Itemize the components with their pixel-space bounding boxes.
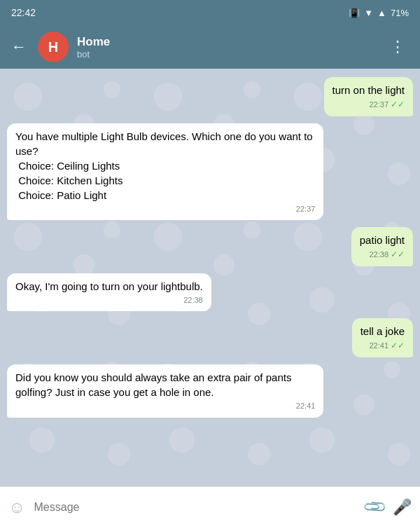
emoji-button[interactable]: ☺ <box>8 498 26 517</box>
message-time: 22:38 <box>183 295 203 306</box>
chat-header: ← H Home bot ⋮ <box>0 25 420 69</box>
message-time: 22:38 <box>369 249 388 260</box>
message-footer: 22:38 <box>15 295 203 306</box>
battery-level: 71% <box>391 8 409 18</box>
message-text: tell a joke <box>360 325 405 337</box>
bubble-msg5: tell a joke22:41 ✓✓ <box>352 318 413 357</box>
bubble-msg6: Did you know you should always take an e… <box>7 364 323 417</box>
message-text: turn on the light <box>332 84 405 96</box>
more-options-button[interactable]: ⋮ <box>384 35 412 59</box>
input-bar: ☺ 📎 🎤 <box>0 486 420 527</box>
contact-name: Home <box>77 35 376 49</box>
message-time: 22:37 <box>369 100 388 110</box>
bubble-msg1: turn on the light22:37 ✓✓ <box>324 77 413 116</box>
message-row: patio light22:38 ✓✓ <box>7 227 413 266</box>
message-time: 22:41 <box>296 401 316 411</box>
avatar: H <box>38 32 69 62</box>
message-time: 22:37 <box>296 204 316 214</box>
status-bar: 22:42 📳 ▼ ▲ 71% <box>0 0 420 25</box>
message-time: 22:41 <box>369 341 388 351</box>
wifi-icon: ▼ <box>364 8 373 18</box>
message-text: patio light <box>360 234 405 246</box>
bubble-msg4: Okay, I'm going to turn on your lightbul… <box>7 273 211 311</box>
message-text: You have multiple Light Bulb devices. Wh… <box>15 130 316 201</box>
bubble-msg2: You have multiple Light Bulb devices. Wh… <box>7 123 323 220</box>
bubble-msg3: patio light22:38 ✓✓ <box>351 227 413 266</box>
message-row: Okay, I'm going to turn on your lightbul… <box>7 273 413 311</box>
message-row: tell a joke22:41 ✓✓ <box>7 318 413 357</box>
signal-icon: ▲ <box>377 8 386 18</box>
message-footer: 22:38 ✓✓ <box>360 249 405 261</box>
message-footer: 22:41 ✓✓ <box>360 340 405 352</box>
message-input[interactable] <box>34 501 357 514</box>
attach-button[interactable]: 📎 <box>362 494 388 520</box>
read-receipt-icon: ✓✓ <box>391 249 405 261</box>
header-info: Home bot <box>77 35 376 60</box>
back-button[interactable]: ← <box>8 35 29 59</box>
read-receipt-icon: ✓✓ <box>391 340 405 352</box>
message-footer: 22:37 <box>15 204 315 214</box>
status-icons: 📳 ▼ ▲ 71% <box>349 8 409 18</box>
message-row: Did you know you should always take an e… <box>7 364 413 417</box>
message-text: Okay, I'm going to turn on your lightbul… <box>15 280 203 292</box>
message-row: turn on the light22:37 ✓✓ <box>7 77 413 116</box>
mic-button[interactable]: 🎤 <box>393 498 412 516</box>
read-receipt-icon: ✓✓ <box>391 99 405 111</box>
message-text: Did you know you should always take an e… <box>15 371 295 398</box>
message-row: You have multiple Light Bulb devices. Wh… <box>7 123 413 220</box>
message-footer: 22:37 ✓✓ <box>332 99 405 111</box>
chat-area: turn on the light22:37 ✓✓You have multip… <box>0 69 420 486</box>
vibrate-icon: 📳 <box>349 8 360 18</box>
contact-subtitle: bot <box>77 49 376 60</box>
message-footer: 22:41 <box>15 401 315 411</box>
status-time: 22:42 <box>11 7 36 18</box>
